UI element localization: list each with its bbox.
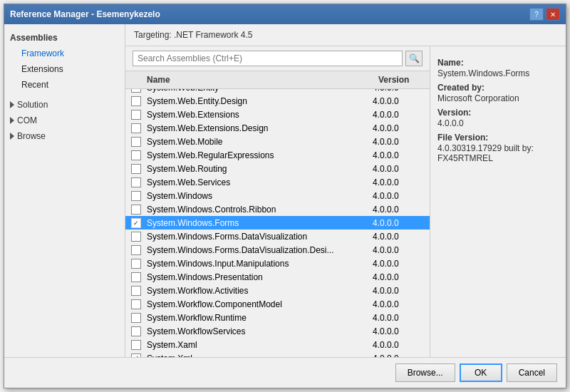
assemblies-label: Assemblies	[10, 33, 58, 43]
assembly-list[interactable]: System.Web.DataVisualization.Design4.0.0…	[125, 89, 430, 357]
row-checkbox[interactable]	[125, 286, 147, 296]
table-row[interactable]: System.Windows.Forms.DataVisualization4.…	[125, 229, 430, 243]
ok-button[interactable]: OK	[460, 363, 502, 382]
row-checkbox[interactable]	[125, 299, 147, 309]
row-checkbox[interactable]	[125, 326, 147, 336]
row-version: 4.0.0.0	[373, 150, 430, 160]
table-row[interactable]: System.Workflow.Runtime4.0.0.0	[125, 311, 430, 324]
list-area: 🔍 Name Version System.Web.DataVisualizat…	[125, 46, 430, 357]
row-checkbox[interactable]	[125, 245, 147, 255]
checkbox-unchecked-icon	[131, 110, 141, 120]
table-row[interactable]: System.Web.Routing4.0.0.0	[125, 162, 430, 175]
row-checkbox[interactable]	[125, 150, 147, 160]
cancel-button[interactable]: Cancel	[507, 363, 557, 382]
row-name: System.Windows.Controls.Ribbon	[147, 205, 373, 215]
row-version: 4.0.0.0	[373, 286, 430, 296]
sidebar-group-browse[interactable]: Browse	[4, 128, 125, 144]
sidebar-group-com[interactable]: COM	[4, 113, 125, 128]
table-row[interactable]: System.Web.Extensions4.0.0.0	[125, 108, 430, 121]
table-row[interactable]: System.Windows.Input.Manipulations4.0.0.…	[125, 257, 430, 270]
row-name: System.Workflow.Activities	[147, 286, 373, 296]
table-row[interactable]: System.Workflow.Activities4.0.0.0	[125, 284, 430, 297]
row-version: 4.0.0.0	[373, 313, 430, 323]
recent-label: Recent	[21, 80, 48, 90]
checkbox-unchecked-icon	[131, 272, 141, 282]
triangle-icon	[10, 117, 14, 124]
row-name: System.Windows.Forms.DataVisualization	[147, 232, 373, 242]
table-row[interactable]: ✓System.Windows.Forms4.0.0.0	[125, 216, 430, 229]
row-checkbox[interactable]	[125, 123, 147, 133]
row-checkbox[interactable]	[125, 340, 147, 350]
table-row[interactable]: System.Workflow.ComponentModel4.0.0.0	[125, 297, 430, 311]
search-input[interactable]	[133, 51, 403, 66]
row-name: System.Web.Entity.Design	[147, 96, 373, 106]
row-name: System.Xaml	[147, 340, 373, 350]
version-label: Version:	[437, 108, 559, 118]
table-row[interactable]: System.Xaml4.0.0.0	[125, 338, 430, 351]
row-checkbox[interactable]	[125, 272, 147, 282]
browse-label: Browse	[17, 131, 46, 141]
checkbox-unchecked-icon	[131, 326, 141, 336]
row-name: System.Workflow.Runtime	[147, 313, 373, 323]
row-checkbox[interactable]	[125, 313, 147, 323]
file-version-label: File Version:	[437, 133, 559, 143]
row-version: 4.0.0.0	[373, 164, 430, 174]
row-checkbox[interactable]	[125, 205, 147, 215]
row-name: System.Web.Extensions.Design	[147, 123, 373, 133]
table-row[interactable]: System.Windows.Forms.DataVisualization.D…	[125, 243, 430, 257]
row-version: 4.0.0.0	[373, 259, 430, 269]
table-row[interactable]: System.Web.Mobile4.0.0.0	[125, 135, 430, 148]
row-version: 4.0.0.0	[373, 137, 430, 147]
table-row[interactable]: System.Web.Entity.Design4.0.0.0	[125, 94, 430, 108]
row-checkbox[interactable]	[125, 232, 147, 242]
browse-button[interactable]: Browse...	[395, 363, 455, 382]
row-version: 4.0.0.0	[373, 110, 430, 120]
row-checkbox[interactable]	[125, 164, 147, 174]
created-value: Microsoft Corporation	[437, 93, 559, 103]
row-version: 4.0.0.0	[373, 218, 430, 228]
table-row[interactable]: System.WorkflowServices4.0.0.0	[125, 324, 430, 338]
sidebar-item-recent[interactable]: Recent	[4, 77, 125, 93]
row-name: System.Windows.Forms	[147, 218, 373, 228]
row-version: 4.0.0.0	[373, 272, 430, 282]
checkbox-unchecked-icon	[131, 245, 141, 255]
sidebar-item-framework[interactable]: Framework	[4, 46, 125, 61]
table-row[interactable]: System.Windows4.0.0.0	[125, 189, 430, 202]
row-checkbox[interactable]	[125, 89, 147, 93]
row-checkbox[interactable]	[125, 96, 147, 106]
name-label: Name:	[437, 58, 559, 68]
table-row[interactable]: System.Windows.Presentation4.0.0.0	[125, 270, 430, 284]
row-name: System.Web.Routing	[147, 164, 373, 174]
row-name: System.Web.RegularExpressions	[147, 150, 373, 160]
search-button[interactable]: 🔍	[405, 51, 423, 66]
row-checkbox[interactable]	[125, 110, 147, 120]
row-name: System.WorkflowServices	[147, 326, 373, 336]
window-title: Reference Manager - Esemenykezelo	[10, 9, 160, 19]
row-checkbox[interactable]: ✓	[125, 218, 147, 228]
row-name: System.Web.Services	[147, 177, 373, 187]
checkbox-unchecked-icon	[131, 340, 141, 350]
table-row[interactable]: System.Web.RegularExpressions4.0.0.0	[125, 148, 430, 162]
triangle-icon	[10, 101, 14, 108]
table-row[interactable]: System.Web.Extensions.Design4.0.0.0	[125, 121, 430, 135]
row-checkbox[interactable]	[125, 259, 147, 269]
sidebar-group-solution[interactable]: Solution	[4, 97, 125, 113]
row-checkbox[interactable]	[125, 177, 147, 187]
help-button[interactable]: ?	[529, 8, 544, 21]
sidebar-item-extensions[interactable]: Extensions	[4, 61, 125, 77]
checkbox-unchecked-icon	[131, 191, 141, 201]
table-row[interactable]: System.Web.Services4.0.0.0	[125, 175, 430, 189]
checkbox-unchecked-icon	[131, 177, 141, 187]
row-checkbox[interactable]	[125, 191, 147, 201]
row-checkbox[interactable]	[125, 137, 147, 147]
row-version: 4.0.0.0	[373, 299, 430, 309]
close-button[interactable]: ✕	[546, 8, 560, 21]
info-top: Name: System.Windows.Forms Created by: M…	[437, 53, 559, 163]
table-row[interactable]: System.Windows.Controls.Ribbon4.0.0.0	[125, 202, 430, 216]
column-version: Version	[373, 73, 430, 86]
row-version: 4.0.0.0	[373, 96, 430, 106]
row-name: System.Windows.Forms.DataVisualization.D…	[147, 245, 373, 255]
table-row[interactable]: ✓System.Xml4.0.0.0	[125, 351, 430, 357]
triangle-icon	[10, 133, 14, 140]
table-row[interactable]: System.Web.Entity4.0.0.0	[125, 89, 430, 94]
